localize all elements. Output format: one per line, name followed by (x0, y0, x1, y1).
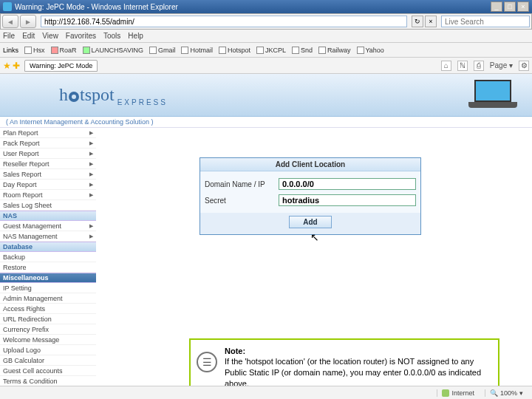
cursor-icon: ↖ (310, 231, 319, 243)
page-menu[interactable]: Page ▾ (490, 61, 513, 69)
maximize-button[interactable]: □ (504, 1, 516, 12)
sidebar-item-restore[interactable]: Restore (0, 262, 96, 273)
sidebar-item-url-redirection[interactable]: URL Redirection (0, 314, 96, 324)
forward-button[interactable]: ► (20, 15, 36, 28)
search-input[interactable] (441, 16, 530, 27)
menu-tools[interactable]: Tools (103, 32, 120, 40)
label-secret: Secret (205, 197, 279, 205)
link-roar[interactable]: RoaR (51, 47, 77, 54)
status-zoom[interactable]: 🔍 100% ▾ (485, 389, 528, 397)
link-hotspot[interactable]: Hotspot (219, 47, 250, 54)
tab-title: Warning: JePC Mode (30, 62, 92, 69)
link-snd[interactable]: Snd (292, 47, 313, 54)
brand-header: htspot EXPRESS (0, 74, 532, 117)
shield-icon (442, 389, 449, 397)
sidebar-item-gb-calculator[interactable]: GB Calculator (0, 355, 96, 366)
menu-favorites[interactable]: Favorites (66, 32, 96, 40)
url-input[interactable] (41, 16, 407, 27)
sidebar-head-miscellaneous: Miscellaneous (0, 273, 96, 283)
menu-edit[interactable]: Edit (22, 32, 35, 40)
add-favorite-icon[interactable]: ✚ (13, 61, 20, 71)
sidebar-head-nas: NAS (0, 211, 96, 221)
window-title: Warning: JePC Mode - Windows Internet Ex… (15, 3, 178, 11)
menu-bar: File Edit View Favorites Tools Help (0, 30, 532, 43)
back-button[interactable]: ◄ (2, 15, 18, 28)
sidebar-item-upload-logo[interactable]: Upload Logo (0, 345, 96, 355)
sidebar-item-plan-report[interactable]: Plan Report▶ (0, 128, 96, 138)
sidebar-item-ip-setting[interactable]: IP Setting (0, 283, 96, 293)
form-title: Add Client Location (200, 158, 420, 171)
link-hotmail[interactable]: Hotmail (181, 47, 213, 54)
note-text: Note: If the 'hotspot location' (or the … (225, 346, 492, 389)
print-icon[interactable]: ⎙ (474, 61, 484, 71)
main-panel: Add Client Location Domain Name / IP Sec… (96, 128, 532, 399)
favorites-star-icon[interactable]: ★ (3, 61, 11, 71)
sidebar-item-day-report[interactable]: Day Report▶ (0, 180, 96, 190)
link-jkcpl[interactable]: JKCPL (256, 47, 286, 54)
tagline: ( An Internet Management & Accounting So… (0, 117, 532, 128)
sidebar-item-admin-management[interactable]: Admin Management (0, 293, 96, 304)
sidebar-item-room-report[interactable]: Room Report▶ (0, 190, 96, 200)
link-gmail[interactable]: Gmail (149, 47, 176, 54)
sidebar-item-reseller-report[interactable]: Reseller Report▶ (0, 159, 96, 169)
sidebar-item-sales-log-sheet[interactable]: Sales Log Sheet (0, 200, 96, 211)
input-secret[interactable] (279, 194, 416, 206)
sidebar: Plan Report▶ Pack Report▶ User Report▶ R… (0, 128, 96, 399)
menu-file[interactable]: File (3, 32, 15, 40)
status-internet: Internet (437, 389, 479, 397)
sidebar-item-terms-condition[interactable]: Terms & Condition (0, 376, 96, 386)
command-bar: ⌂ ℕ ⎙ Page ▾ ⚙ (441, 61, 529, 71)
address-bar: ◄ ► ↻ × (0, 13, 532, 30)
sidebar-item-user-report[interactable]: User Report▶ (0, 149, 96, 159)
browser-tab[interactable]: Warning: JePC Mode (24, 60, 98, 72)
link-yahoo[interactable]: Yahoo (357, 47, 384, 54)
link-launchsaving[interactable]: LAUNCHSAVING (83, 47, 143, 54)
sidebar-item-welcome-message[interactable]: Welcome Message (0, 335, 96, 345)
link-hsx[interactable]: Hsx (24, 47, 45, 54)
sidebar-item-pack-report[interactable]: Pack Report▶ (0, 138, 96, 149)
stop-button[interactable]: × (425, 16, 437, 27)
sidebar-item-backup[interactable]: Backup (0, 252, 96, 262)
feed-icon[interactable]: ℕ (457, 61, 468, 71)
brand-logo: htspot EXPRESS (59, 85, 168, 105)
ie-icon (3, 2, 12, 11)
close-button[interactable]: × (517, 1, 529, 12)
label-domain: Domain Name / IP (205, 180, 279, 188)
note-body: If the 'hotspot location' (or the locati… (225, 357, 481, 388)
window-titlebar: Warning: JePC Mode - Windows Internet Ex… (0, 0, 532, 13)
sidebar-item-nas-management[interactable]: NAS Management▶ (0, 231, 96, 242)
sidebar-item-sales-report[interactable]: Sales Report▶ (0, 169, 96, 180)
tools-icon[interactable]: ⚙ (519, 61, 529, 71)
links-bar: Links Hsx RoaR LAUNCHSAVING Gmail Hotmai… (0, 43, 532, 58)
sidebar-head-database: Database (0, 242, 96, 252)
add-button[interactable]: Add (289, 216, 331, 228)
tab-toolbar: ★ ✚ Warning: JePC Mode ⌂ ℕ ⎙ Page ▾ ⚙ (0, 58, 532, 74)
note-heading: Note: (225, 347, 245, 355)
minimize-button[interactable]: _ (491, 1, 502, 12)
content-area: Plan Report▶ Pack Report▶ User Report▶ R… (0, 128, 532, 399)
home-icon[interactable]: ⌂ (441, 61, 451, 71)
status-bar: Internet 🔍 100% ▾ (0, 386, 532, 399)
add-client-location-form: Add Client Location Domain Name / IP Sec… (200, 157, 421, 235)
link-railway[interactable]: Railway (318, 47, 351, 54)
sidebar-item-access-rights[interactable]: Access Rights (0, 304, 96, 314)
input-domain[interactable] (279, 178, 416, 190)
note-icon: ☰ (197, 352, 217, 372)
refresh-button[interactable]: ↻ (412, 16, 423, 27)
menu-help[interactable]: Help (128, 32, 143, 40)
laptop-icon (467, 80, 519, 109)
links-label: Links (3, 47, 18, 54)
sidebar-item-guest-management[interactable]: Guest Management▶ (0, 221, 96, 231)
sidebar-item-guest-cell-accounts[interactable]: Guest Cell accounts (0, 366, 96, 376)
menu-view[interactable]: View (42, 32, 58, 40)
sidebar-item-currency-prefix[interactable]: Currency Prefix (0, 324, 96, 335)
brand-sub: EXPRESS (117, 98, 168, 106)
